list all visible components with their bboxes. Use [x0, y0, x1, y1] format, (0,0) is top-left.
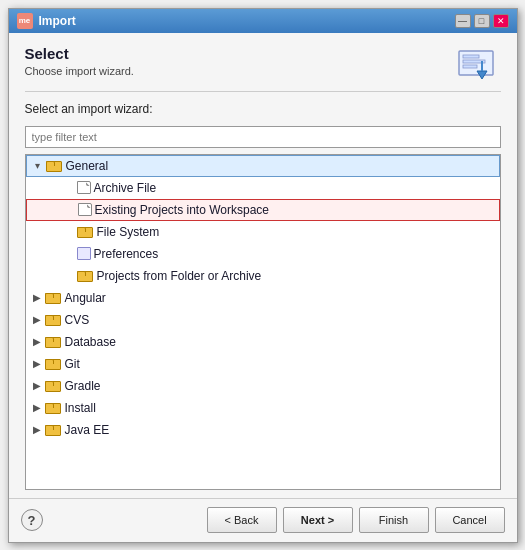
- folder-icon-install: [45, 402, 61, 414]
- header-icon: [453, 45, 501, 83]
- tree-item-database[interactable]: ▶ Database: [26, 331, 500, 353]
- folder-icon-cvs: [45, 314, 61, 326]
- tree-item-general[interactable]: ▾ General: [26, 155, 500, 177]
- back-button[interactable]: < Back: [207, 507, 277, 533]
- dialog-body: Select Choose import wizard. Select an i…: [9, 33, 517, 498]
- tree-item-install[interactable]: ▶ Install: [26, 397, 500, 419]
- toggle-javaee[interactable]: ▶: [30, 423, 44, 437]
- folder-icon-gradle: [45, 380, 61, 392]
- tree-item-java-ee[interactable]: ▶ Java EE: [26, 419, 500, 441]
- tree-item-gradle[interactable]: ▶ Gradle: [26, 375, 500, 397]
- toggle-existing: [63, 203, 77, 217]
- tree-item-preferences[interactable]: Preferences: [26, 243, 500, 265]
- close-button[interactable]: ✕: [493, 14, 509, 28]
- toggle-filesystem: [62, 225, 76, 239]
- tree-label-database: Database: [65, 335, 116, 349]
- app-icon: me: [17, 13, 33, 29]
- toggle-projectsfolder: [62, 269, 76, 283]
- footer-help: ?: [21, 509, 199, 531]
- file-icon-archive: [77, 181, 91, 194]
- dialog-subtitle: Choose import wizard.: [25, 65, 134, 77]
- tree-label-gradle: Gradle: [65, 379, 101, 393]
- dialog-footer: ? < Back Next > Finish Cancel: [9, 498, 517, 542]
- toggle-archive: [62, 181, 76, 195]
- tree-item-git[interactable]: ▶ Git: [26, 353, 500, 375]
- folder-icon-projectsfolder: [77, 270, 93, 282]
- folder-open-icon: [46, 160, 62, 172]
- folder-icon-git: [45, 358, 61, 370]
- header-text: Select Choose import wizard.: [25, 45, 134, 77]
- toggle-general[interactable]: ▾: [31, 159, 45, 173]
- title-bar: me Import — □ ✕: [9, 9, 517, 33]
- dialog-title: Select: [25, 45, 134, 62]
- toggle-database[interactable]: ▶: [30, 335, 44, 349]
- tree-label-angular: Angular: [65, 291, 106, 305]
- import-wizard-icon: [457, 47, 497, 81]
- title-bar-controls: — □ ✕: [455, 14, 509, 28]
- title-bar-text: Import: [39, 14, 449, 28]
- tree-item-projects-folder[interactable]: Projects from Folder or Archive: [26, 265, 500, 287]
- toggle-cvs[interactable]: ▶: [30, 313, 44, 327]
- finish-button[interactable]: Finish: [359, 507, 429, 533]
- folder-icon-database: [45, 336, 61, 348]
- tree-label-general: General: [66, 159, 109, 173]
- tree-item-archive-file[interactable]: Archive File: [26, 177, 500, 199]
- folder-icon-angular: [45, 292, 61, 304]
- tree-container: ▾ General Archive File Existing Projects…: [25, 154, 501, 490]
- tree-label-archive: Archive File: [94, 181, 157, 195]
- tree-scroll[interactable]: ▾ General Archive File Existing Projects…: [26, 155, 500, 489]
- tree-item-existing-projects[interactable]: Existing Projects into Workspace: [26, 199, 500, 221]
- tree-label-filesystem: File System: [97, 225, 160, 239]
- toggle-angular[interactable]: ▶: [30, 291, 44, 305]
- import-dialog: me Import — □ ✕ Select Choose import wiz…: [8, 8, 518, 543]
- tree-label-existing: Existing Projects into Workspace: [95, 203, 270, 217]
- tree-label-projectsfolder: Projects from Folder or Archive: [97, 269, 262, 283]
- tree-label-cvs: CVS: [65, 313, 90, 327]
- tree-label-install: Install: [65, 401, 96, 415]
- toggle-prefs: [62, 247, 76, 261]
- help-button[interactable]: ?: [21, 509, 43, 531]
- folder-icon-javaee: [45, 424, 61, 436]
- toggle-install[interactable]: ▶: [30, 401, 44, 415]
- tree-item-angular[interactable]: ▶ Angular: [26, 287, 500, 309]
- next-button[interactable]: Next >: [283, 507, 353, 533]
- footer-buttons: < Back Next > Finish Cancel: [207, 507, 505, 533]
- tree-label-javaee: Java EE: [65, 423, 110, 437]
- maximize-button[interactable]: □: [474, 14, 490, 28]
- file-icon-existing: [78, 203, 92, 216]
- tree-label-prefs: Preferences: [94, 247, 159, 261]
- cancel-button[interactable]: Cancel: [435, 507, 505, 533]
- tree-label-git: Git: [65, 357, 80, 371]
- svg-rect-1: [463, 55, 479, 58]
- filter-input[interactable]: [25, 126, 501, 148]
- tree-item-cvs[interactable]: ▶ CVS: [26, 309, 500, 331]
- toggle-git[interactable]: ▶: [30, 357, 44, 371]
- folder-icon-filesystem: [77, 226, 93, 238]
- toggle-gradle[interactable]: ▶: [30, 379, 44, 393]
- svg-rect-3: [463, 65, 477, 68]
- wizard-label: Select an import wizard:: [25, 102, 501, 116]
- minimize-button[interactable]: —: [455, 14, 471, 28]
- header-section: Select Choose import wizard.: [25, 45, 501, 92]
- pref-icon: [77, 247, 91, 260]
- tree-item-file-system[interactable]: File System: [26, 221, 500, 243]
